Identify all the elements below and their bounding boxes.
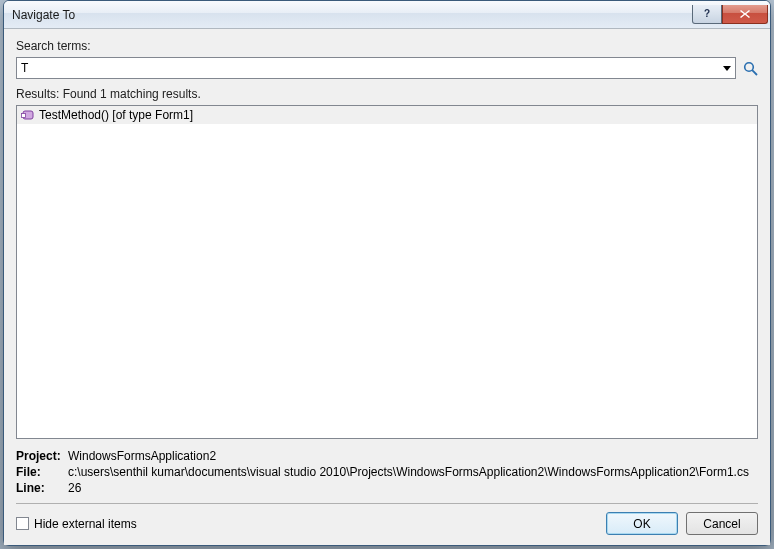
search-button[interactable]: [742, 60, 758, 76]
hide-external-label: Hide external items: [34, 517, 137, 531]
help-button[interactable]: ?: [692, 5, 722, 24]
list-item[interactable]: TestMethod() [of type Form1]: [17, 106, 757, 124]
hide-external-checkbox[interactable]: Hide external items: [16, 517, 137, 531]
detail-file: File: c:\users\senthil kumar\documents\v…: [16, 465, 758, 479]
detail-project: Project: WindowsFormsApplication2: [16, 449, 758, 463]
titlebar[interactable]: Navigate To ?: [4, 1, 770, 29]
detail-project-key: Project:: [16, 449, 68, 463]
svg-rect-3: [22, 114, 26, 118]
checkbox-icon: [16, 517, 29, 530]
details-panel: Project: WindowsFormsApplication2 File: …: [16, 449, 758, 504]
detail-line-key: Line:: [16, 481, 68, 495]
svg-point-0: [744, 62, 753, 71]
search-input[interactable]: [16, 57, 736, 79]
close-button[interactable]: [722, 5, 768, 24]
results-list[interactable]: TestMethod() [of type Form1]: [16, 105, 758, 439]
method-icon: [21, 108, 35, 122]
bottom-row: Hide external items OK Cancel: [16, 512, 758, 535]
search-label: Search terms:: [16, 39, 758, 53]
detail-project-val: WindowsFormsApplication2: [68, 449, 758, 463]
help-icon: ?: [704, 8, 710, 19]
ok-button[interactable]: OK: [606, 512, 678, 535]
close-icon: [740, 10, 750, 18]
cancel-button[interactable]: Cancel: [686, 512, 758, 535]
results-label: Results: Found 1 matching results.: [16, 87, 758, 101]
detail-file-key: File:: [16, 465, 68, 479]
detail-line-val: 26: [68, 481, 758, 495]
detail-file-val: c:\users\senthil kumar\documents\visual …: [68, 465, 758, 479]
search-row: [16, 57, 758, 79]
detail-line: Line: 26: [16, 481, 758, 495]
dialog-content: Search terms: Results: Found 1 matching …: [4, 29, 770, 545]
svg-line-1: [752, 70, 757, 75]
search-icon: [743, 61, 758, 76]
list-item-label: TestMethod() [of type Form1]: [39, 108, 193, 122]
titlebar-buttons: ?: [692, 5, 768, 24]
dialog-window: Navigate To ? Search terms:: [3, 0, 771, 546]
window-title: Navigate To: [12, 8, 692, 22]
search-input-wrap: [16, 57, 736, 79]
